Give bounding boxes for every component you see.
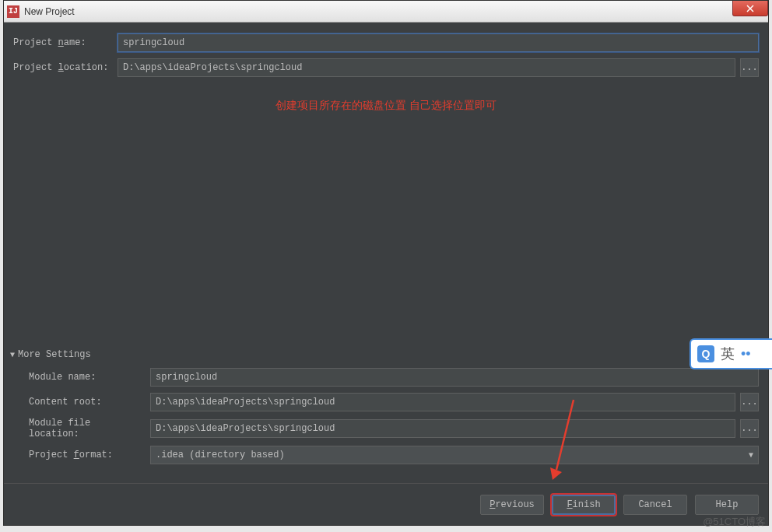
project-format-value: .idea (directory based) bbox=[156, 450, 285, 460]
ime-indicator[interactable]: Q 英 •• bbox=[690, 338, 772, 369]
close-icon bbox=[746, 5, 754, 12]
more-settings-toggle[interactable]: ▼ More Settings bbox=[10, 349, 759, 360]
window-title: New Project bbox=[24, 6, 75, 17]
content-root-label: Content root: bbox=[29, 397, 146, 408]
module-name-label: Module name: bbox=[29, 372, 146, 383]
module-file-location-row: Module file location: ... bbox=[29, 418, 759, 439]
project-name-input[interactable] bbox=[118, 33, 759, 52]
project-location-label: Project location: bbox=[13, 62, 113, 73]
help-button[interactable]: Help bbox=[695, 495, 759, 515]
module-file-location-label: Module file location: bbox=[29, 418, 146, 439]
module-name-row: Module name: bbox=[29, 368, 759, 387]
project-location-row: Project location: ... bbox=[13, 58, 759, 77]
content-root-row: Content root: ... bbox=[29, 393, 759, 411]
module-file-location-input[interactable] bbox=[150, 419, 735, 438]
content-root-input[interactable] bbox=[150, 393, 735, 411]
browse-module-file-button[interactable]: ... bbox=[740, 419, 759, 438]
finish-button[interactable]: Finish bbox=[552, 495, 616, 515]
module-name-input[interactable] bbox=[150, 368, 759, 387]
button-bar: Previous Finish Cancel Help bbox=[4, 483, 768, 525]
project-format-select[interactable]: .idea (directory based) ▼ bbox=[150, 446, 759, 464]
dialog-content: Project name: Project location: ... 创建项目… bbox=[4, 23, 768, 525]
chevron-down-icon: ▼ bbox=[749, 451, 753, 460]
project-name-label: Project name: bbox=[13, 37, 113, 48]
cancel-button[interactable]: Cancel bbox=[623, 495, 687, 515]
more-settings-section: ▼ More Settings Module name: Content roo… bbox=[13, 349, 759, 471]
expand-arrow-icon: ▼ bbox=[10, 351, 15, 359]
browse-location-button[interactable]: ... bbox=[740, 58, 759, 77]
new-project-dialog: IJ New Project Project name: Project loc… bbox=[3, 0, 769, 526]
project-name-row: Project name: bbox=[13, 33, 759, 52]
app-icon: IJ bbox=[7, 5, 19, 18]
project-format-row: Project format: .idea (directory based) … bbox=[29, 446, 759, 464]
ime-language-text: 英 bbox=[721, 345, 735, 363]
titlebar: IJ New Project bbox=[4, 1, 768, 23]
project-location-input[interactable] bbox=[118, 58, 735, 77]
annotation-text: 创建项目所存在的磁盘位置 自己选择位置即可 bbox=[13, 99, 759, 113]
ime-dots-icon: •• bbox=[741, 346, 751, 362]
browse-content-root-button[interactable]: ... bbox=[740, 393, 759, 411]
ime-q-icon: Q bbox=[697, 345, 714, 362]
previous-button[interactable]: Previous bbox=[480, 495, 544, 515]
watermark-text: @51CTO博客 bbox=[703, 515, 766, 529]
close-button[interactable] bbox=[732, 1, 768, 16]
project-format-label: Project format: bbox=[29, 450, 146, 460]
